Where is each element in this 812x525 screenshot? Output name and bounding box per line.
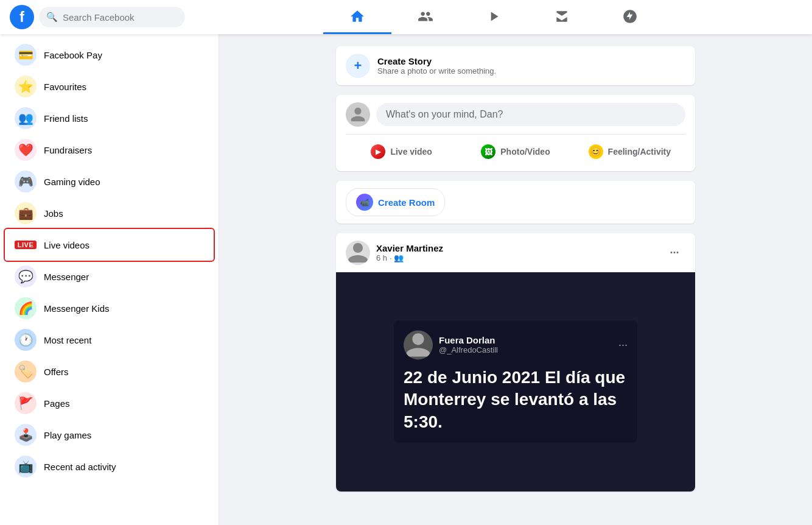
sidebar-label-play-games: Play games	[44, 430, 91, 440]
sidebar-item-play-games[interactable]: 🕹️ Play games	[5, 419, 214, 451]
create-room-label: Create Room	[378, 197, 435, 208]
sidebar-item-messenger-kids[interactable]: 🌈 Messenger Kids	[5, 292, 214, 324]
create-story-card: + Create Story Share a photo or write so…	[336, 46, 695, 85]
sidebar-label-friend-lists: Friend lists	[44, 113, 88, 124]
facebook-pay-icon: 💳	[15, 44, 37, 66]
sidebar-item-messenger[interactable]: 💬 Messenger	[5, 261, 214, 292]
embedded-user-name: Fuera Dorlan	[439, 335, 498, 345]
sidebar-label-most-recent: Most recent	[44, 335, 91, 345]
sidebar-item-jobs[interactable]: 💼 Jobs	[5, 197, 214, 229]
post-user-name: Xavier Martinez	[376, 243, 443, 253]
nav-watch-button[interactable]	[460, 0, 528, 34]
sidebar-item-pages[interactable]: 🚩 Pages	[5, 387, 214, 419]
pages-icon: 🚩	[15, 392, 37, 414]
sidebar-item-gaming-video[interactable]: 🎮 Gaming video	[5, 166, 214, 197]
play-games-icon: 🕹️	[15, 424, 37, 446]
friend-lists-icon: 👥	[15, 107, 37, 129]
nav-home-button[interactable]	[323, 0, 391, 34]
feeling-activity-button[interactable]: 😊 Feeling/Activity	[574, 139, 685, 164]
sidebar-label-messenger-kids: Messenger Kids	[44, 303, 110, 314]
embedded-avatar	[404, 330, 433, 359]
live-videos-icon: LIVE	[15, 234, 37, 256]
create-room-button[interactable]: 📹 Create Room	[346, 188, 445, 216]
create-story-button[interactable]: +	[346, 54, 370, 78]
sidebar: 💳 Facebook Pay ⭐ Favourites 👥 Friend lis…	[0, 34, 219, 525]
main-content: + Create Story Share a photo or write so…	[219, 34, 812, 525]
embedded-more-button[interactable]: ···	[618, 339, 628, 351]
sidebar-label-facebook-pay: Facebook Pay	[44, 50, 102, 60]
live-badge: LIVE	[15, 241, 37, 249]
gaming-video-icon: 🎮	[15, 171, 37, 192]
post-time-row: 6 h · 👥	[376, 253, 443, 262]
embedded-post-header: Fuera Dorlan @_AlfredoCastill ···	[404, 330, 628, 359]
create-room-card: 📹 Create Room	[336, 181, 695, 224]
sidebar-item-offers[interactable]: 🏷️ Offers	[5, 356, 214, 387]
sidebar-label-fundraisers: Fundraisers	[44, 145, 92, 155]
post-input-field[interactable]: What's on your mind, Dan?	[376, 103, 685, 126]
sidebar-item-facebook-pay[interactable]: 💳 Facebook Pay	[5, 39, 214, 71]
sidebar-label-jobs: Jobs	[44, 208, 63, 219]
post-user-info: Xavier Martinez 6 h · 👥	[346, 241, 443, 265]
post-actions: ▶ Live video 🖼 Photo/Video 😊 Feeling/Act…	[346, 134, 685, 164]
sidebar-item-friend-lists[interactable]: 👥 Friend lists	[5, 102, 214, 134]
search-input[interactable]	[63, 12, 178, 23]
live-video-label: Live video	[390, 147, 432, 157]
sidebar-label-pages: Pages	[44, 398, 70, 409]
post-input-card: What's on your mind, Dan? ▶ Live video 🖼…	[336, 95, 695, 171]
embedded-text: 22 de Junio 2021 El día que Monterrey se…	[404, 367, 628, 433]
sidebar-item-live-videos[interactable]: LIVE Live videos	[5, 229, 214, 261]
topnav-left: f 🔍	[10, 5, 185, 29]
photo-video-icon: 🖼	[481, 144, 495, 159]
search-icon: 🔍	[46, 12, 58, 23]
post-input-row: What's on your mind, Dan?	[346, 102, 685, 127]
fundraisers-icon: ❤️	[15, 139, 37, 161]
post-time: 6 h	[376, 253, 387, 262]
create-room-icon: 📹	[356, 194, 373, 211]
sidebar-label-favourites: Favourites	[44, 82, 86, 92]
messenger-icon: 💬	[15, 266, 37, 287]
nav-groups-button[interactable]	[596, 0, 664, 34]
feed-column: + Create Story Share a photo or write so…	[336, 46, 695, 492]
jobs-icon: 💼	[15, 202, 37, 224]
most-recent-icon: 🕐	[15, 329, 37, 351]
post-media: Fuera Dorlan @_AlfredoCastill ··· 22 de …	[336, 272, 695, 492]
post-user-details: Xavier Martinez 6 h · 👥	[376, 243, 443, 262]
post-avatar	[346, 241, 370, 265]
create-story-title: Create Story	[377, 56, 496, 66]
live-video-button[interactable]: ▶ Live video	[346, 139, 457, 164]
create-story-subtitle: Share a photo or write something.	[377, 66, 496, 76]
sidebar-item-recent-ad-activity[interactable]: 📺 Recent ad activity	[5, 451, 214, 482]
facebook-logo[interactable]: f	[10, 5, 34, 29]
sidebar-item-fundraisers[interactable]: ❤️ Fundraisers	[5, 134, 214, 166]
sidebar-label-recent-ad-activity: Recent ad activity	[44, 462, 116, 472]
recent-ad-activity-icon: 📺	[15, 456, 37, 477]
create-story-text: Create Story Share a photo or write some…	[377, 56, 496, 76]
search-bar[interactable]: 🔍	[39, 7, 185, 27]
embedded-handle: @_AlfredoCastill	[439, 345, 498, 354]
post-more-button[interactable]: ···	[663, 242, 685, 264]
favourites-icon: ⭐	[15, 76, 37, 97]
embedded-post: Fuera Dorlan @_AlfredoCastill ··· 22 de …	[394, 320, 637, 443]
topnav-center	[185, 0, 802, 34]
friends-privacy-icon: 👥	[394, 254, 403, 262]
sidebar-label-live-videos: Live videos	[44, 240, 89, 250]
user-avatar	[346, 102, 370, 127]
sidebar-label-gaming-video: Gaming video	[44, 177, 100, 187]
sidebar-item-most-recent[interactable]: 🕐 Most recent	[5, 324, 214, 356]
sidebar-label-messenger: Messenger	[44, 272, 89, 282]
live-video-icon: ▶	[371, 144, 385, 159]
offers-icon: 🏷️	[15, 361, 37, 382]
embedded-user-details: Fuera Dorlan @_AlfredoCastill	[439, 335, 498, 354]
sidebar-label-offers: Offers	[44, 367, 69, 377]
photo-video-button[interactable]: 🖼 Photo/Video	[460, 139, 571, 164]
sidebar-item-favourites[interactable]: ⭐ Favourites	[5, 71, 214, 102]
photo-video-label: Photo/Video	[500, 147, 550, 157]
nav-marketplace-button[interactable]	[528, 0, 596, 34]
messenger-kids-icon: 🌈	[15, 297, 37, 319]
post-card: Xavier Martinez 6 h · 👥 ···	[336, 233, 695, 492]
feeling-activity-icon: 😊	[589, 144, 603, 159]
post-header: Xavier Martinez 6 h · 👥 ···	[336, 233, 695, 272]
feeling-activity-label: Feeling/Activity	[608, 147, 671, 157]
nav-friends-button[interactable]	[391, 0, 460, 34]
topnav: f 🔍	[0, 0, 812, 34]
